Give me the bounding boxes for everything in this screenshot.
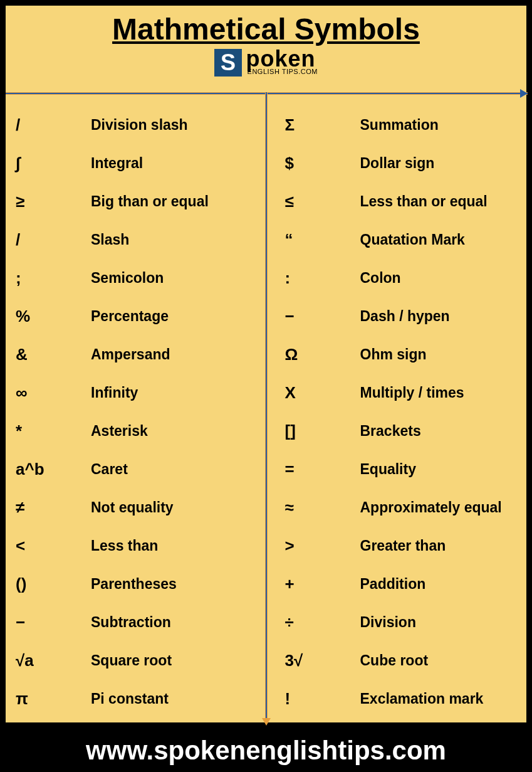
symbol-row: ;Semicolon bbox=[16, 259, 256, 297]
symbol-row: ()Parentheses bbox=[16, 565, 256, 603]
logo: S poken ENGLISH TIPS.COM bbox=[6, 49, 526, 77]
symbol-glyph: “ bbox=[285, 230, 360, 250]
symbol-glyph: √a bbox=[16, 651, 91, 670]
symbol-glyph: a^b bbox=[16, 460, 91, 479]
symbol-name: Approximately equal bbox=[360, 499, 502, 516]
symbol-name: Slash bbox=[91, 231, 129, 248]
symbol-name: Parentheses bbox=[91, 576, 177, 593]
symbol-name: Equality bbox=[360, 461, 416, 478]
symbol-row: ΣSummation bbox=[285, 106, 517, 144]
symbol-row: √aSquare root bbox=[16, 642, 256, 680]
footer: www.spokenenglishtips.com bbox=[0, 729, 532, 772]
symbol-row: −Subtraction bbox=[16, 603, 256, 642]
columns: /Division slash∫Integral≥Big than or equ… bbox=[6, 106, 526, 718]
symbol-glyph: Ω bbox=[285, 345, 360, 364]
symbol-glyph: > bbox=[285, 536, 360, 556]
symbol-glyph: $ bbox=[285, 154, 360, 173]
symbol-glyph: = bbox=[285, 460, 360, 479]
symbol-row: $Dollar sign bbox=[285, 144, 517, 182]
symbol-glyph: % bbox=[16, 307, 91, 326]
symbol-name: Not equality bbox=[91, 499, 174, 516]
symbol-name: Percentage bbox=[91, 308, 169, 325]
symbol-glyph: & bbox=[16, 345, 91, 364]
symbol-glyph: ≈ bbox=[285, 498, 360, 517]
arrow-down-icon bbox=[262, 718, 271, 726]
content-card: Mathmetical Symbols S poken ENGLISH TIPS… bbox=[5, 5, 527, 723]
symbol-glyph: Σ bbox=[285, 115, 360, 135]
symbol-name: Dollar sign bbox=[360, 155, 435, 172]
symbol-row: ≥Big than or equal bbox=[16, 182, 256, 221]
symbol-row: ÷Division bbox=[285, 603, 517, 642]
symbol-name: Quatation Mark bbox=[360, 231, 465, 248]
logo-s-box: S bbox=[214, 49, 242, 77]
right-column: ΣSummation$Dollar sign≤Less than or equa… bbox=[266, 106, 527, 718]
symbol-glyph: ∫ bbox=[16, 154, 91, 173]
symbol-name: Caret bbox=[91, 461, 128, 478]
symbol-row: ≈Approximately equal bbox=[285, 489, 517, 527]
symbol-name: Brackets bbox=[360, 423, 421, 440]
symbol-name: Multiply / times bbox=[360, 384, 464, 401]
symbol-row: *Asterisk bbox=[16, 412, 256, 450]
symbol-glyph: [] bbox=[285, 421, 360, 441]
symbol-row: =Equality bbox=[285, 450, 517, 489]
symbol-row: <Less than bbox=[16, 527, 256, 565]
symbol-glyph: / bbox=[16, 230, 91, 250]
symbol-name: Less than or equal bbox=[360, 193, 488, 210]
symbol-glyph: − bbox=[285, 307, 360, 326]
symbol-name: Square root bbox=[91, 652, 172, 669]
left-column: /Division slash∫Integral≥Big than or equ… bbox=[6, 106, 266, 718]
symbol-glyph: : bbox=[285, 268, 360, 288]
symbol-row: ≤Less than or equal bbox=[285, 182, 517, 221]
symbol-row: ≠Not equality bbox=[16, 489, 256, 527]
symbol-glyph: / bbox=[16, 115, 91, 135]
symbol-row: XMultiply / times bbox=[285, 374, 517, 412]
symbol-name: Summation bbox=[360, 117, 439, 134]
symbol-name: Asterisk bbox=[91, 423, 148, 440]
symbol-row: πPi constant bbox=[16, 680, 256, 718]
symbol-row: %Percentage bbox=[16, 297, 256, 336]
symbol-glyph: ≤ bbox=[285, 192, 360, 211]
symbol-name: Cube root bbox=[360, 652, 429, 669]
symbol-name: Less than bbox=[91, 537, 158, 554]
symbol-row: >Greater than bbox=[285, 527, 517, 565]
logo-text: poken ENGLISH TIPS.COM bbox=[246, 50, 318, 76]
symbol-row: ∫Integral bbox=[16, 144, 256, 182]
symbol-row: /Slash bbox=[16, 221, 256, 259]
symbol-row: a^bCaret bbox=[16, 450, 256, 489]
symbol-glyph: ! bbox=[285, 689, 360, 709]
symbol-row: &Ampersand bbox=[16, 336, 256, 374]
symbol-name: Exclamation mark bbox=[360, 690, 484, 707]
symbol-name: Colon bbox=[360, 270, 401, 287]
symbol-row: −Dash / hypen bbox=[285, 297, 517, 336]
symbol-glyph: ≥ bbox=[16, 192, 91, 211]
symbol-name: Ampersand bbox=[91, 346, 170, 363]
symbol-name: Integral bbox=[91, 155, 143, 172]
symbol-glyph: < bbox=[16, 536, 91, 556]
symbol-glyph: ∞ bbox=[16, 383, 91, 403]
symbol-glyph: X bbox=[285, 383, 360, 403]
symbol-name: Pi constant bbox=[91, 690, 169, 707]
symbol-glyph: () bbox=[16, 574, 91, 594]
symbol-row: []Brackets bbox=[285, 412, 517, 450]
symbol-name: Semicolon bbox=[91, 270, 164, 287]
symbol-row: ΩOhm sign bbox=[285, 336, 517, 374]
arrow-right-icon bbox=[520, 89, 528, 98]
logo-main: poken bbox=[246, 50, 318, 68]
symbol-glyph: ; bbox=[16, 268, 91, 288]
footer-url: www.spokenenglishtips.com bbox=[86, 736, 446, 766]
symbol-row: ∞Infinity bbox=[16, 374, 256, 412]
symbol-row: :Colon bbox=[285, 259, 517, 297]
symbol-glyph: 3√ bbox=[285, 651, 360, 670]
symbol-row: /Division slash bbox=[16, 106, 256, 144]
symbol-name: Big than or equal bbox=[91, 193, 209, 210]
symbol-name: Paddition bbox=[360, 576, 426, 593]
symbol-name: Division bbox=[360, 614, 416, 631]
symbol-name: Ohm sign bbox=[360, 346, 427, 363]
symbol-name: Infinity bbox=[91, 384, 138, 401]
symbol-name: Greater than bbox=[360, 537, 446, 554]
symbol-glyph: * bbox=[16, 421, 91, 441]
symbol-row: !Exclamation mark bbox=[285, 680, 517, 718]
symbol-glyph: − bbox=[16, 613, 91, 632]
logo-sub: ENGLISH TIPS.COM bbox=[248, 68, 318, 75]
symbol-glyph: + bbox=[285, 574, 360, 594]
